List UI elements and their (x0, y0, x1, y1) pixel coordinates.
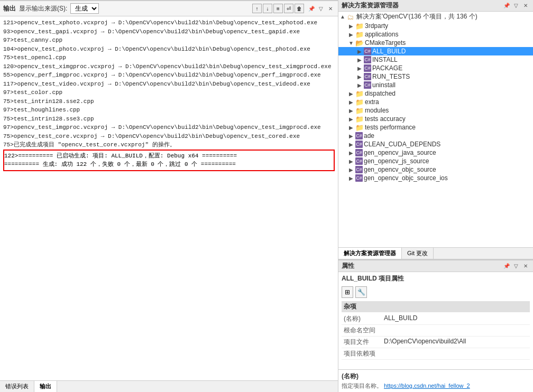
prop-icon-btn-2[interactable]: 🔧 (355, 286, 367, 298)
tree-item-INSTALL[interactable]: ▶ C# INSTALL (338, 55, 533, 64)
tab-solution-explorer[interactable]: 解决方案资源管理器 (338, 248, 402, 259)
solution-explorer-close[interactable]: ✕ (521, 2, 530, 10)
tree-label-gen-opencv-objc-source-ios: gen_opencv_objc_source_ios (364, 174, 448, 182)
tree-label-dispatched: dispatched (365, 90, 396, 97)
output-line: 97>test_color.cpp (3, 88, 335, 97)
tree-label-solution: 解决方案'OpenCV'(136 个项目，共 136 个) (356, 12, 477, 21)
tree-label-gen-opencv-objc-source: gen_opencv_objc_source (364, 166, 436, 173)
tree-item-modules[interactable]: ▶ 📁 modules (338, 106, 533, 115)
tree-item-applications[interactable]: ▶ 📁 applications (338, 30, 533, 39)
tree-item-tests-performance[interactable]: ▶ 📁 tests performance (338, 123, 533, 132)
output-close-btn[interactable]: ✕ (326, 4, 335, 13)
tree-item-gen-opencv-js-source[interactable]: ▶ C# gen_opencv_js_source (338, 157, 533, 165)
tree-item-gen-opencv-objc-source-ios[interactable]: ▶ C# gen_opencv_objc_source_ios (338, 174, 533, 182)
tree-arrow-ade: ▶ (347, 133, 355, 139)
properties-minimize[interactable]: ▽ (512, 262, 520, 270)
prop-footer-title: (名称) (342, 372, 530, 381)
proj-icon-uninstall: C# (364, 81, 371, 89)
prop-project-name: ALL_BUILD 项目属性 (342, 274, 530, 283)
output-highlight-box: 122>========== 已启动生成: 项目: ALL_BUILD，配置: … (3, 150, 335, 171)
prop-value-file: D:\OpenCV\opencv\build2\All (384, 338, 530, 347)
solution-icon: 🗂 (347, 13, 355, 21)
prop-row-file: 项目文件 D:\OpenCV\opencv\build2\All (342, 337, 530, 348)
tree-item-extra[interactable]: ▶ 📁 extra (338, 98, 533, 106)
prop-value-name: ALL_BUILD (384, 314, 530, 323)
properties-close[interactable]: ✕ (521, 262, 530, 270)
proj-icon-RUN_TESTS: C# (364, 73, 371, 80)
output-line: 75>已完成生成项目 "opencv_test_core.vcxproj" 的操… (3, 141, 335, 150)
proj-icon-gen-opencv-objc-source: C# (355, 166, 363, 173)
tree-label-uninstall: uninstall (372, 81, 396, 89)
output-toolbar-btn-3[interactable]: ≡ (273, 4, 283, 13)
output-line: 97>test_canny.cpp (3, 36, 335, 45)
prop-value-namespace (384, 326, 530, 335)
tree-label-tests-accuracy: tests accuracy (365, 115, 406, 123)
tab-git-changes[interactable]: Git 更改 (402, 248, 434, 259)
tree-label-modules: modules (365, 107, 389, 114)
solution-explorer: 解决方案资源管理器 📌 ▽ ✕ ▲ 🗂 解决方案'OpenCV'(136 个项目… (338, 0, 533, 260)
prop-key-name: (名称) (342, 314, 384, 323)
prop-icon-btn-1[interactable]: ⊞ (342, 286, 353, 298)
tree-item-uninstall[interactable]: ▶ C# uninstall (338, 81, 533, 89)
output-toolbar-btn-5[interactable]: 🗑 (295, 4, 304, 13)
output-line: 55>opencv_perf_imgproc.vcxproj → D:\Open… (3, 71, 335, 80)
folder-icon-dispatched: 📁 (355, 90, 364, 97)
tree-arrow-gen-opencv-objc-source: ▶ (347, 167, 355, 173)
tree-arrow-ALL_BUILD: ▶ (355, 49, 364, 54)
tree-label-gen-opencv-js-source: gen_opencv_js_source (364, 157, 429, 165)
tree-arrow-applications: ▶ (347, 32, 355, 38)
tree-item-tests-accuracy[interactable]: ▶ 📁 tests accuracy (338, 115, 533, 123)
tree-label-CMakeTargets: CMakeTargets (365, 39, 406, 46)
output-source-select[interactable]: 生成 (70, 3, 99, 14)
tab-output[interactable]: 输出 (34, 381, 57, 392)
proj-icon-gen-opencv-objc-source-ios: C# (355, 174, 363, 182)
tree-item-PACKAGE[interactable]: ▶ C# PACKAGE (338, 64, 533, 72)
solution-explorer-header: 解决方案资源管理器 📌 ▽ ✕ (338, 0, 533, 12)
tree-item-gen-opencv-java-source[interactable]: ▶ C# gen_opencv_java_source (338, 148, 533, 157)
prop-footer-desc-text: 指定项目名称。 (342, 382, 382, 389)
output-pin-btn[interactable]: 📌 (307, 4, 316, 13)
tree-label-RUN_TESTS: RUN_TESTS (372, 73, 410, 80)
prop-section-header: 杂项 (342, 301, 530, 312)
output-minimize-btn[interactable]: ▽ (317, 4, 325, 13)
tree-item-solution[interactable]: ▲ 🗂 解决方案'OpenCV'(136 个项目，共 136 个) (338, 12, 533, 22)
output-highlight-line-1: 122>========== 已启动生成: 项目: ALL_BUILD，配置: … (4, 152, 334, 161)
output-toolbar-btn-4[interactable]: ⏎ (284, 4, 293, 13)
tree-item-3rdparty[interactable]: ▶ 📁 3rdparty (338, 22, 533, 30)
output-line: 97>test_houghlines.cpp (3, 106, 335, 115)
tree-label-3rdparty: 3rdparty (365, 22, 388, 30)
tree-arrow-solution: ▲ (338, 14, 347, 20)
tree-item-gen-opencv-objc-source[interactable]: ▶ C# gen_opencv_objc_source (338, 165, 533, 174)
tree-item-CMakeTargets[interactable]: ▼ 📂 CMakeTargets (338, 39, 533, 47)
output-toolbar-btn-1[interactable]: ↑ (252, 4, 262, 13)
folder-icon-tests-performance: 📁 (355, 124, 364, 131)
solution-explorer-minimize[interactable]: ▽ (512, 2, 520, 10)
tree-arrow-gen-opencv-objc-source-ios: ▶ (347, 175, 355, 181)
prop-footer-link[interactable]: https://blog.csdn.net/hai_fellow_2 (384, 382, 470, 389)
proj-icon-PACKAGE: C# (364, 64, 371, 72)
tree-item-ALL_BUILD[interactable]: ▶ C# ALL_BUILD (338, 47, 533, 55)
tree-label-extra: extra (365, 98, 379, 106)
proj-icon-ALL_BUILD: C# (364, 48, 371, 55)
properties-title: 属性 (342, 262, 354, 270)
proj-icon-gen-opencv-js-source: C# (355, 157, 363, 165)
output-toolbar-btn-2[interactable]: ↓ (263, 4, 272, 13)
output-line: 75>test_intrin128.sse2.cpp (3, 97, 335, 106)
output-line: 97>opencv_test_imgproc.vcxproj → D:\Open… (3, 123, 335, 132)
tree-label-applications: applications (365, 31, 398, 38)
tree-item-ade[interactable]: ▶ C# ade (338, 132, 533, 140)
tab-error-list[interactable]: 错误列表 (0, 381, 34, 392)
output-toolbar: ↑ ↓ ≡ ⏎ 🗑 (252, 4, 304, 13)
tree-item-RUN_TESTS[interactable]: ▶ C# RUN_TESTS (338, 72, 533, 81)
tree-label-PACKAGE: PACKAGE (372, 64, 402, 72)
tree-arrow-uninstall: ▶ (355, 82, 364, 88)
solution-explorer-pin[interactable]: 📌 (502, 2, 511, 10)
tree-arrow-CLEAN_CUDA_DEPENDS: ▶ (347, 142, 355, 147)
output-source-label: 显示输出来源(S): (19, 4, 67, 13)
tree-item-dispatched[interactable]: ▶ 📁 dispatched (338, 89, 533, 98)
proj-icon-gen-opencv-java-source: C# (355, 149, 363, 156)
tree-item-CLEAN_CUDA_DEPENDS[interactable]: ▶ C# CLEAN_CUDA_DEPENDS (338, 140, 533, 148)
prop-footer: (名称) 指定项目名称。 https://blog.csdn.net/hai_f… (338, 369, 533, 392)
properties-pin[interactable]: 📌 (502, 262, 511, 270)
tree-label-ALL_BUILD: ALL_BUILD (372, 48, 406, 55)
